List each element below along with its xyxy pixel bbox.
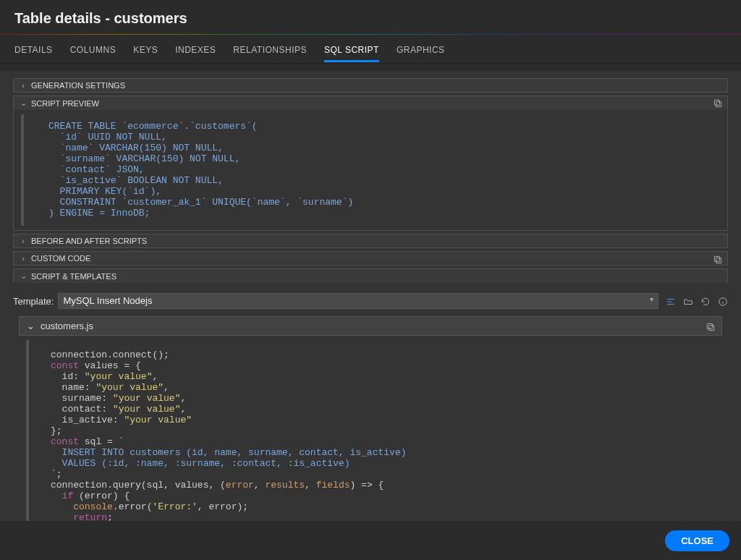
section-header-script-templates[interactable]: ⌄ SCRIPT & TEMPLATES	[14, 269, 727, 283]
section-generation-settings: › GENERATION SETTINGS	[13, 78, 728, 93]
section-header-script-preview[interactable]: ⌄ SCRIPT PREVIEW	[14, 96, 727, 110]
template-label: Template:	[13, 296, 54, 307]
tab-sql-script[interactable]: SQL SCRIPT	[324, 36, 379, 62]
chevron-down-icon: ⌄	[20, 271, 27, 281]
section-title: GENERATION SETTINGS	[31, 81, 125, 90]
footer-bar: CLOSE	[0, 521, 741, 560]
content-area: › GENERATION SETTINGS ⌄ SCRIPT PREVIEW C…	[0, 71, 741, 521]
tab-relationships[interactable]: RELATIONSHIPS	[233, 36, 307, 62]
tab-keys[interactable]: KEYS	[133, 36, 158, 62]
js-code-block: connection.connect(); const values = { i…	[26, 340, 714, 521]
chevron-right-icon: ›	[20, 237, 27, 245]
tab-bar: DETAILS COLUMNS KEYS INDEXES RELATIONSHI…	[0, 35, 741, 64]
copy-icon[interactable]	[713, 254, 723, 264]
refresh-icon[interactable]	[700, 294, 711, 307]
template-toolbar	[666, 294, 728, 307]
section-before-after: › BEFORE AND AFTER SCRIPTS	[13, 234, 728, 248]
tab-indexes[interactable]: INDEXES	[175, 36, 216, 62]
page-title: Table details - customers	[0, 0, 741, 34]
chevron-down-icon: ⌄	[20, 98, 27, 108]
section-header-generation-settings[interactable]: › GENERATION SETTINGS	[14, 79, 727, 92]
section-header-before-after[interactable]: › BEFORE AND AFTER SCRIPTS	[14, 234, 727, 247]
svg-rect-3	[714, 256, 719, 261]
svg-rect-6	[707, 323, 712, 328]
copy-icon[interactable]	[713, 98, 723, 109]
template-selected-value: MySQL Insert Nodejs	[63, 295, 152, 306]
format-icon[interactable]	[666, 294, 676, 307]
tab-columns[interactable]: COLUMNS	[70, 36, 117, 62]
js-code: connection.connect(); const values = { i…	[51, 350, 714, 521]
tab-details[interactable]: DETAILS	[14, 36, 53, 62]
svg-rect-1	[714, 100, 719, 105]
sql-code: CREATE TABLE `ecommerce`.`customers`( `i…	[48, 122, 713, 219]
section-title: SCRIPT & TEMPLATES	[31, 272, 117, 281]
section-title: BEFORE AND AFTER SCRIPTS	[31, 237, 147, 245]
svg-rect-2	[716, 258, 721, 263]
copy-icon[interactable]	[706, 321, 716, 332]
template-select[interactable]: MySQL Insert Nodejs	[58, 293, 659, 309]
svg-rect-5	[709, 326, 714, 331]
template-row: Template: MySQL Insert Nodejs	[13, 293, 728, 309]
chevron-down-icon: ⌄	[27, 321, 35, 331]
section-header-custom-code[interactable]: › CUSTOM CODE	[14, 252, 727, 265]
accent-divider	[0, 34, 741, 35]
section-script-templates: ⌄ SCRIPT & TEMPLATES	[13, 268, 728, 283]
svg-rect-0	[716, 102, 721, 107]
tab-graphics[interactable]: GRAPHICS	[397, 36, 445, 62]
close-button[interactable]: CLOSE	[665, 530, 729, 551]
file-header[interactable]: ⌄ customers.js	[19, 316, 722, 336]
folder-open-icon[interactable]	[683, 294, 693, 307]
sql-code-block: CREATE TABLE `ecommerce`.`customers`( `i…	[21, 114, 720, 226]
section-title: CUSTOM CODE	[31, 254, 90, 263]
section-custom-code: › CUSTOM CODE	[13, 251, 728, 266]
info-icon[interactable]	[718, 294, 728, 307]
chevron-right-icon: ›	[20, 81, 27, 90]
file-name: customers.js	[41, 321, 93, 331]
section-script-preview: ⌄ SCRIPT PREVIEW CREATE TABLE `ecommerce…	[13, 96, 728, 231]
chevron-right-icon: ›	[20, 254, 27, 263]
section-title: SCRIPT PREVIEW	[31, 99, 99, 108]
